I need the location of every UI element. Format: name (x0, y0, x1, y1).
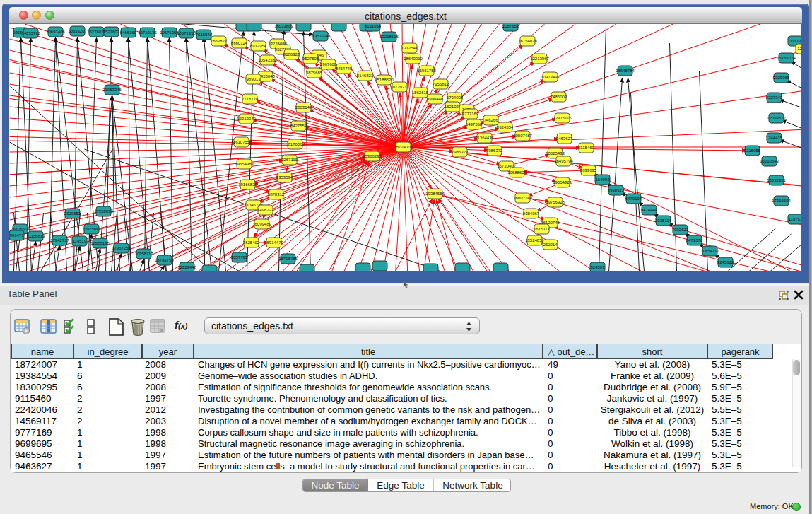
svg-text:8427552: 8427552 (290, 124, 307, 128)
svg-text:17942717: 17942717 (50, 238, 69, 243)
svg-text:11156819: 11156819 (27, 234, 45, 238)
svg-text:9329966: 9329966 (773, 76, 790, 80)
svg-text:9777169: 9777169 (462, 112, 479, 116)
svg-text:10025433: 10025433 (546, 151, 565, 156)
svg-text:746266: 746266 (483, 118, 498, 122)
svg-text:7663822: 7663822 (211, 39, 228, 43)
svg-text:1615112: 1615112 (534, 227, 551, 231)
svg-text:2803144: 2803144 (295, 105, 312, 110)
svg-text:3215955: 3215955 (744, 148, 761, 153)
svg-text:1312541: 1312541 (401, 46, 418, 50)
svg-text:15751074: 15751074 (777, 56, 796, 60)
svg-text:9227343: 9227343 (766, 95, 783, 100)
svg-text:19654923: 19654923 (553, 180, 572, 185)
svg-text:12213349: 12213349 (237, 117, 256, 121)
svg-text:116753: 116753 (789, 217, 801, 221)
svg-text:15692921: 15692921 (767, 178, 786, 182)
svg-text:924501: 924501 (590, 265, 605, 269)
svg-text:12325: 12325 (797, 47, 801, 51)
svg-text:16782759: 16782759 (155, 258, 174, 262)
svg-text:8938923: 8938923 (608, 188, 625, 192)
svg-text:7515540: 7515540 (196, 33, 213, 37)
svg-text:16033809: 16033809 (274, 24, 293, 28)
svg-text:16210643: 16210643 (760, 159, 779, 163)
svg-text:18495794: 18495794 (554, 159, 573, 163)
svg-text:1498222: 1498222 (257, 208, 274, 212)
svg-text:23975867: 23975867 (82, 227, 101, 231)
svg-text:9699695: 9699695 (580, 168, 597, 173)
svg-text:19654983: 19654983 (235, 162, 254, 166)
svg-text:7986372: 7986372 (486, 148, 503, 153)
svg-text:8131054: 8131054 (365, 24, 382, 28)
svg-text:15716485: 15716485 (278, 257, 298, 261)
svg-text:10688609: 10688609 (507, 170, 526, 175)
svg-text:16914479: 16914479 (264, 240, 283, 245)
svg-text:18807249: 18807249 (513, 196, 532, 200)
svg-text:1610755: 1610755 (233, 140, 250, 144)
svg-text:114519: 114519 (73, 239, 87, 243)
svg-text:1353594: 1353594 (276, 175, 293, 180)
svg-text:21364436: 21364436 (475, 136, 494, 140)
svg-text:2967608: 2967608 (320, 62, 337, 66)
svg-text:164093: 164093 (595, 177, 610, 182)
svg-text:14055712: 14055712 (21, 31, 40, 35)
svg-text:7986322: 7986322 (452, 150, 469, 154)
svg-text:9463627: 9463627 (556, 136, 573, 141)
svg-text:19218506: 19218506 (379, 35, 399, 39)
svg-text:9384067: 9384067 (523, 211, 540, 216)
svg-text:18724007: 18724007 (394, 145, 413, 149)
svg-text:18640910: 18640910 (404, 57, 423, 61)
svg-text:3875685: 3875685 (306, 71, 323, 75)
svg-text:9146821: 9146821 (357, 74, 374, 78)
svg-text:20691406: 20691406 (46, 30, 65, 34)
svg-text:16671355: 16671355 (177, 31, 196, 35)
svg-text:17016504: 17016504 (772, 199, 791, 203)
svg-text:11173: 11173 (790, 39, 801, 43)
svg-text:2718170: 2718170 (242, 97, 259, 101)
svg-text:16648784: 16648784 (616, 69, 635, 73)
svg-text:10543382: 10543382 (258, 58, 277, 62)
svg-text:5878312: 5878312 (268, 192, 285, 197)
svg-text:25300295: 25300295 (363, 154, 382, 158)
svg-text:9857791: 9857791 (231, 255, 248, 259)
svg-text:8454749: 8454749 (336, 66, 353, 71)
svg-text:18220317: 18220317 (390, 85, 409, 89)
svg-text:9527508: 9527508 (302, 57, 319, 61)
svg-text:2087682: 2087682 (502, 24, 519, 28)
svg-text:8912954: 8912954 (250, 44, 267, 48)
svg-text:10654112: 10654112 (700, 249, 719, 253)
svg-text:17957253: 17957253 (112, 246, 131, 250)
svg-text:1244415: 1244415 (766, 136, 783, 140)
svg-text:3267110: 3267110 (281, 158, 298, 162)
svg-text:6794028: 6794028 (447, 95, 464, 100)
svg-text:2020651: 2020651 (64, 211, 81, 216)
svg-text:10807487: 10807487 (513, 134, 532, 138)
svg-text:7955812: 7955812 (433, 82, 449, 86)
svg-text:7357234: 7357234 (312, 34, 329, 38)
svg-text:7625402: 7625402 (243, 240, 260, 245)
svg-text:9474444: 9474444 (641, 208, 658, 212)
svg-text:12923448: 12923448 (177, 265, 196, 269)
svg-text:19384554: 19384554 (425, 192, 445, 196)
svg-text:16961758: 16961758 (417, 69, 436, 73)
svg-text:20053346: 20053346 (102, 88, 122, 92)
svg-text:10973493: 10973493 (541, 75, 560, 79)
svg-text:989013: 989013 (246, 77, 261, 81)
svg-text:19756928: 19756928 (546, 200, 565, 204)
svg-text:12213967: 12213967 (530, 57, 549, 61)
svg-text:1562615: 1562615 (412, 90, 429, 95)
svg-text:6466160: 6466160 (120, 30, 137, 35)
svg-text:2935114: 2935114 (655, 218, 672, 223)
svg-text:1621022: 1621022 (445, 105, 461, 109)
svg-text:10958117: 10958117 (134, 252, 153, 256)
svg-text:8471676: 8471676 (686, 238, 703, 243)
svg-text:7932621: 7932621 (672, 228, 689, 232)
svg-text:10653267: 10653267 (68, 29, 87, 33)
svg-text:16154838: 16154838 (518, 39, 537, 43)
svg-text:9115460: 9115460 (578, 146, 595, 150)
svg-text:9245612: 9245612 (717, 260, 734, 264)
svg-text:817006: 817006 (288, 142, 302, 146)
svg-text:16099489: 16099489 (252, 222, 271, 226)
svg-text:991471: 991471 (9, 233, 24, 238)
svg-text:8990448: 8990448 (427, 97, 444, 101)
